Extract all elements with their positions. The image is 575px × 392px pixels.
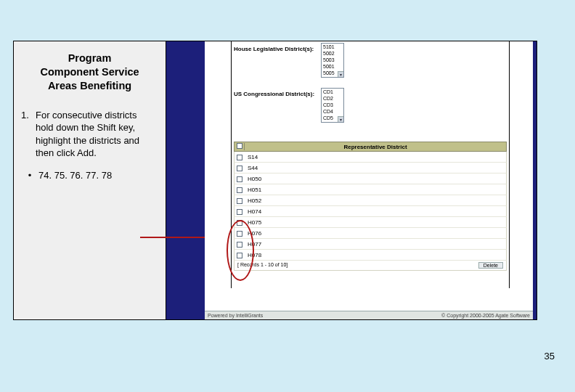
row-value: H078 xyxy=(245,252,506,258)
table-header: Representative District xyxy=(234,142,507,152)
row-checkbox[interactable] xyxy=(237,209,242,215)
listbox-option[interactable]: CD4 xyxy=(322,108,343,115)
panel-title: Program Component Service Areas Benefiti… xyxy=(21,52,158,93)
listbox-option[interactable]: 5001 xyxy=(322,63,343,70)
house-district-listbox[interactable]: 5101 5002 5003 5001 5005 ▾ xyxy=(321,43,344,78)
us-district-listbox[interactable]: CD1 CD2 CD3 CD4 CD5 ▾ xyxy=(321,88,344,123)
listbox-option[interactable]: 5003 xyxy=(322,57,343,63)
listbox-option[interactable]: 5002 xyxy=(322,50,343,57)
row-checkbox[interactable] xyxy=(237,176,242,182)
row-checkbox[interactable] xyxy=(237,187,242,193)
row-checkbox[interactable] xyxy=(237,198,242,204)
title-line: Program xyxy=(68,52,112,64)
delete-button[interactable]: Delete xyxy=(478,262,503,269)
slide-frame: Program Component Service Areas Benefiti… xyxy=(13,41,537,320)
bullet-item: • 74. 75. 76. 77. 78 xyxy=(21,170,158,181)
row-value: H077 xyxy=(245,241,506,248)
listbox-option[interactable]: CD2 xyxy=(322,95,343,102)
instructions-panel: Program Component Service Areas Benefiti… xyxy=(14,41,166,319)
table-row[interactable]: H075 xyxy=(234,217,507,228)
house-district-label: House Legislative District(s): xyxy=(234,46,314,52)
listbox-option[interactable]: 5101 xyxy=(322,44,343,50)
listbox-option[interactable]: CD3 xyxy=(322,102,343,108)
chevron-down-icon[interactable]: ▾ xyxy=(338,116,343,122)
instruction-item: 1. For consecutive districts hold down t… xyxy=(21,109,158,160)
row-checkbox[interactable] xyxy=(237,166,242,171)
instruction-number: 1. xyxy=(21,109,36,160)
row-value: H074 xyxy=(245,208,506,215)
table-row[interactable]: H076 xyxy=(234,228,507,239)
row-checkbox[interactable] xyxy=(237,155,242,160)
table-row[interactable]: S44 xyxy=(234,163,507,173)
instruction-text: For consecutive districts hold down the … xyxy=(36,109,158,160)
table-row[interactable]: H074 xyxy=(234,206,507,217)
status-bar: Powered by IntelliGrants © Copyright 200… xyxy=(205,311,533,319)
row-value: H051 xyxy=(245,187,506,193)
checkbox-header[interactable] xyxy=(235,143,245,150)
district-table: Representative District S14 S44 H050 H05… xyxy=(234,142,507,271)
row-value: H076 xyxy=(245,230,506,237)
table-footer: [ Records 1 - 10 of 10] Delete xyxy=(234,261,507,271)
listbox-option[interactable]: CD1 xyxy=(322,89,343,95)
table-body: S14 S44 H050 H051 H052 H074 H075 H076 H0… xyxy=(234,152,507,261)
table-row[interactable]: S14 xyxy=(234,152,507,163)
app-screenshot: House Legislative District(s): 5101 5002… xyxy=(205,41,533,319)
bullet-text: 74. 75. 76. 77. 78 xyxy=(38,170,158,181)
highlight-circle xyxy=(227,220,254,281)
page-number: 35 xyxy=(545,351,555,362)
title-line: Areas Benefiting xyxy=(48,80,131,91)
column-header: Representative District xyxy=(245,144,506,150)
row-value: H050 xyxy=(245,176,506,182)
table-row[interactable]: H050 xyxy=(234,173,507,184)
table-row[interactable]: H078 xyxy=(234,250,507,261)
row-value: H052 xyxy=(245,197,506,204)
powered-by: Powered by IntelliGrants xyxy=(208,311,263,319)
title-line: Component Service xyxy=(40,66,139,78)
checkbox-icon[interactable] xyxy=(237,143,242,149)
table-row[interactable]: H051 xyxy=(234,184,507,195)
us-district-field: US Congressional District(s): xyxy=(234,91,314,97)
row-value: S44 xyxy=(245,165,506,171)
house-district-field: House Legislative District(s): xyxy=(234,46,314,52)
table-row[interactable]: H077 xyxy=(234,239,507,250)
table-row[interactable]: H052 xyxy=(234,195,507,206)
copyright: © Copyright 2000-2005 Agate Software xyxy=(441,311,530,319)
row-value: S14 xyxy=(245,154,506,160)
row-value: H075 xyxy=(245,219,506,226)
chevron-down-icon[interactable]: ▾ xyxy=(338,71,343,77)
bullet-marker: • xyxy=(21,170,38,181)
us-district-label: US Congressional District(s): xyxy=(234,91,314,97)
